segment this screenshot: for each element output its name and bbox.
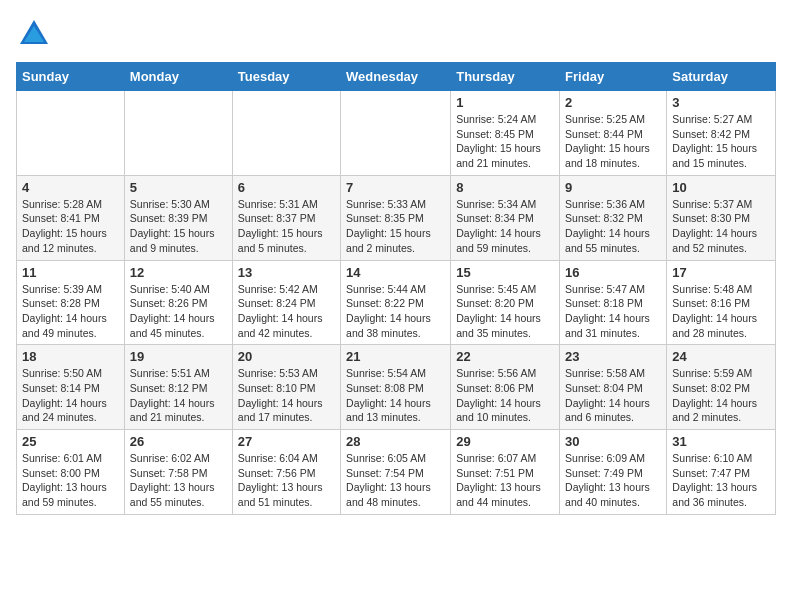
calendar-cell: 5Sunrise: 5:30 AMSunset: 8:39 PMDaylight… [124,175,232,260]
day-number: 15 [456,265,554,280]
day-info: Sunrise: 5:58 AMSunset: 8:04 PMDaylight:… [565,366,661,425]
day-number: 5 [130,180,227,195]
calendar-cell: 8Sunrise: 5:34 AMSunset: 8:34 PMDaylight… [451,175,560,260]
day-info: Sunrise: 5:39 AMSunset: 8:28 PMDaylight:… [22,282,119,341]
day-info: Sunrise: 5:37 AMSunset: 8:30 PMDaylight:… [672,197,770,256]
day-number: 6 [238,180,335,195]
calendar-cell: 9Sunrise: 5:36 AMSunset: 8:32 PMDaylight… [560,175,667,260]
day-number: 22 [456,349,554,364]
day-number: 21 [346,349,445,364]
header-wednesday: Wednesday [341,63,451,91]
calendar-cell: 1Sunrise: 5:24 AMSunset: 8:45 PMDaylight… [451,91,560,176]
header-tuesday: Tuesday [232,63,340,91]
logo-icon [16,16,52,52]
day-info: Sunrise: 5:24 AMSunset: 8:45 PMDaylight:… [456,112,554,171]
day-number: 3 [672,95,770,110]
calendar-cell: 23Sunrise: 5:58 AMSunset: 8:04 PMDayligh… [560,345,667,430]
calendar-week-3: 11Sunrise: 5:39 AMSunset: 8:28 PMDayligh… [17,260,776,345]
day-number: 26 [130,434,227,449]
day-info: Sunrise: 6:09 AMSunset: 7:49 PMDaylight:… [565,451,661,510]
day-info: Sunrise: 5:45 AMSunset: 8:20 PMDaylight:… [456,282,554,341]
calendar-cell: 20Sunrise: 5:53 AMSunset: 8:10 PMDayligh… [232,345,340,430]
calendar-cell: 16Sunrise: 5:47 AMSunset: 8:18 PMDayligh… [560,260,667,345]
day-number: 27 [238,434,335,449]
day-info: Sunrise: 5:30 AMSunset: 8:39 PMDaylight:… [130,197,227,256]
day-info: Sunrise: 5:50 AMSunset: 8:14 PMDaylight:… [22,366,119,425]
day-number: 24 [672,349,770,364]
calendar-week-1: 1Sunrise: 5:24 AMSunset: 8:45 PMDaylight… [17,91,776,176]
calendar-cell: 19Sunrise: 5:51 AMSunset: 8:12 PMDayligh… [124,345,232,430]
day-info: Sunrise: 5:59 AMSunset: 8:02 PMDaylight:… [672,366,770,425]
day-info: Sunrise: 6:02 AMSunset: 7:58 PMDaylight:… [130,451,227,510]
day-number: 16 [565,265,661,280]
day-number: 17 [672,265,770,280]
day-info: Sunrise: 5:34 AMSunset: 8:34 PMDaylight:… [456,197,554,256]
calendar-cell: 17Sunrise: 5:48 AMSunset: 8:16 PMDayligh… [667,260,776,345]
calendar-cell: 29Sunrise: 6:07 AMSunset: 7:51 PMDayligh… [451,430,560,515]
day-info: Sunrise: 5:36 AMSunset: 8:32 PMDaylight:… [565,197,661,256]
logo [16,16,56,52]
day-number: 20 [238,349,335,364]
calendar-cell: 4Sunrise: 5:28 AMSunset: 8:41 PMDaylight… [17,175,125,260]
calendar-cell [124,91,232,176]
day-info: Sunrise: 5:40 AMSunset: 8:26 PMDaylight:… [130,282,227,341]
day-info: Sunrise: 6:10 AMSunset: 7:47 PMDaylight:… [672,451,770,510]
day-info: Sunrise: 5:51 AMSunset: 8:12 PMDaylight:… [130,366,227,425]
day-info: Sunrise: 6:05 AMSunset: 7:54 PMDaylight:… [346,451,445,510]
day-number: 10 [672,180,770,195]
calendar-cell: 30Sunrise: 6:09 AMSunset: 7:49 PMDayligh… [560,430,667,515]
day-info: Sunrise: 5:33 AMSunset: 8:35 PMDaylight:… [346,197,445,256]
calendar-table: SundayMondayTuesdayWednesdayThursdayFrid… [16,62,776,515]
calendar-cell: 3Sunrise: 5:27 AMSunset: 8:42 PMDaylight… [667,91,776,176]
header-monday: Monday [124,63,232,91]
calendar-cell: 26Sunrise: 6:02 AMSunset: 7:58 PMDayligh… [124,430,232,515]
day-number: 25 [22,434,119,449]
day-info: Sunrise: 5:54 AMSunset: 8:08 PMDaylight:… [346,366,445,425]
day-info: Sunrise: 5:28 AMSunset: 8:41 PMDaylight:… [22,197,119,256]
day-number: 4 [22,180,119,195]
calendar-cell: 14Sunrise: 5:44 AMSunset: 8:22 PMDayligh… [341,260,451,345]
calendar-week-4: 18Sunrise: 5:50 AMSunset: 8:14 PMDayligh… [17,345,776,430]
day-number: 13 [238,265,335,280]
header-thursday: Thursday [451,63,560,91]
calendar-cell [17,91,125,176]
day-number: 29 [456,434,554,449]
calendar-cell [341,91,451,176]
calendar-cell [232,91,340,176]
day-number: 30 [565,434,661,449]
day-number: 7 [346,180,445,195]
day-number: 9 [565,180,661,195]
day-info: Sunrise: 5:27 AMSunset: 8:42 PMDaylight:… [672,112,770,171]
day-info: Sunrise: 6:07 AMSunset: 7:51 PMDaylight:… [456,451,554,510]
day-info: Sunrise: 5:31 AMSunset: 8:37 PMDaylight:… [238,197,335,256]
day-info: Sunrise: 5:56 AMSunset: 8:06 PMDaylight:… [456,366,554,425]
day-number: 2 [565,95,661,110]
page-header [16,16,776,52]
day-number: 8 [456,180,554,195]
day-info: Sunrise: 5:42 AMSunset: 8:24 PMDaylight:… [238,282,335,341]
calendar-cell: 25Sunrise: 6:01 AMSunset: 8:00 PMDayligh… [17,430,125,515]
calendar-cell: 24Sunrise: 5:59 AMSunset: 8:02 PMDayligh… [667,345,776,430]
day-number: 14 [346,265,445,280]
day-info: Sunrise: 6:01 AMSunset: 8:00 PMDaylight:… [22,451,119,510]
calendar-week-2: 4Sunrise: 5:28 AMSunset: 8:41 PMDaylight… [17,175,776,260]
day-number: 11 [22,265,119,280]
calendar-cell: 13Sunrise: 5:42 AMSunset: 8:24 PMDayligh… [232,260,340,345]
calendar-cell: 10Sunrise: 5:37 AMSunset: 8:30 PMDayligh… [667,175,776,260]
day-number: 12 [130,265,227,280]
calendar-cell: 21Sunrise: 5:54 AMSunset: 8:08 PMDayligh… [341,345,451,430]
day-number: 31 [672,434,770,449]
day-number: 23 [565,349,661,364]
calendar-cell: 18Sunrise: 5:50 AMSunset: 8:14 PMDayligh… [17,345,125,430]
calendar-cell: 2Sunrise: 5:25 AMSunset: 8:44 PMDaylight… [560,91,667,176]
day-info: Sunrise: 5:47 AMSunset: 8:18 PMDaylight:… [565,282,661,341]
calendar-cell: 31Sunrise: 6:10 AMSunset: 7:47 PMDayligh… [667,430,776,515]
header-friday: Friday [560,63,667,91]
calendar-cell: 15Sunrise: 5:45 AMSunset: 8:20 PMDayligh… [451,260,560,345]
day-info: Sunrise: 5:25 AMSunset: 8:44 PMDaylight:… [565,112,661,171]
header-saturday: Saturday [667,63,776,91]
day-info: Sunrise: 5:44 AMSunset: 8:22 PMDaylight:… [346,282,445,341]
day-info: Sunrise: 6:04 AMSunset: 7:56 PMDaylight:… [238,451,335,510]
day-info: Sunrise: 5:48 AMSunset: 8:16 PMDaylight:… [672,282,770,341]
calendar-cell: 27Sunrise: 6:04 AMSunset: 7:56 PMDayligh… [232,430,340,515]
